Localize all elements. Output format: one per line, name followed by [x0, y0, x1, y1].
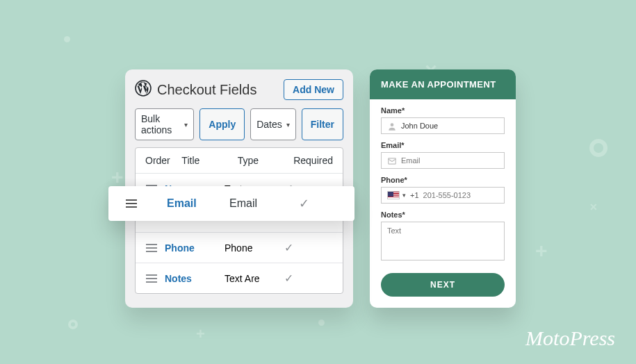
col-required: Required — [293, 155, 333, 166]
notes-textarea[interactable] — [381, 222, 505, 260]
row-type: Text Are — [225, 273, 284, 284]
next-button[interactable]: NEXT — [381, 273, 505, 297]
appointment-form-panel: MAKE AN APPOINTMENT Name* Email* Phone* — [370, 69, 516, 308]
svg-point-0 — [136, 81, 151, 96]
mail-icon — [387, 156, 397, 165]
us-flag-icon — [387, 191, 400, 199]
svg-point-1 — [391, 123, 394, 126]
row-type: Email — [229, 197, 299, 210]
row-title-link[interactable]: Email — [167, 197, 229, 210]
email-label: Email* — [381, 141, 505, 149]
email-input[interactable] — [401, 156, 498, 165]
col-type: Type — [238, 155, 293, 166]
apply-button[interactable]: Apply — [199, 108, 245, 140]
email-field[interactable] — [381, 152, 505, 169]
drag-handle-icon[interactable] — [125, 199, 167, 208]
chevron-down-icon: ▾ — [286, 121, 290, 129]
row-title-link[interactable]: Phone — [165, 242, 225, 254]
phone-input[interactable] — [423, 191, 516, 199]
col-title: Title — [181, 155, 237, 166]
filter-button[interactable]: Filter — [302, 108, 343, 140]
phone-prefix: +1 — [410, 191, 419, 199]
bulk-actions-label: Bulk actions — [141, 113, 180, 135]
check-icon: ✓ — [284, 241, 333, 254]
table-row: Notes Text Are ✓ — [136, 263, 343, 293]
name-field[interactable] — [381, 117, 505, 134]
row-type: Phone — [225, 242, 284, 254]
brand-logo: MotoPress — [525, 326, 615, 350]
phone-label: Phone* — [381, 176, 505, 184]
row-title-link[interactable]: Notes — [165, 273, 225, 284]
add-new-button[interactable]: Add New — [284, 79, 343, 100]
drag-handle-icon[interactable] — [145, 243, 165, 253]
chevron-down-icon: ▾ — [184, 121, 188, 129]
notes-label: Notes* — [381, 210, 505, 219]
dates-select[interactable]: Dates ▾ — [250, 108, 296, 140]
drag-handle-icon[interactable] — [145, 274, 165, 283]
table-row: Phone Phone ✓ — [136, 232, 343, 263]
form-heading: MAKE AN APPOINTMENT — [370, 69, 516, 99]
country-flag-picker[interactable]: ▾ — [387, 191, 406, 199]
col-order: Order — [145, 155, 181, 166]
bulk-actions-select[interactable]: Bulk actions ▾ — [135, 108, 194, 140]
user-icon — [387, 122, 397, 130]
name-label: Name* — [381, 106, 505, 115]
phone-field[interactable]: ▾ +1 — [381, 187, 505, 204]
table-row-highlighted[interactable]: Email Email ✓ — [108, 186, 354, 221]
page-title: Checkout Fields — [157, 82, 256, 98]
check-icon: ✓ — [284, 272, 333, 285]
dates-label: Dates — [256, 119, 282, 130]
chevron-down-icon: ▾ — [402, 192, 406, 199]
name-input[interactable] — [401, 122, 498, 130]
admin-panel: Checkout Fields Add New Bulk actions ▾ A… — [125, 69, 353, 308]
check-icon: ✓ — [299, 196, 309, 211]
wordpress-logo-icon — [135, 80, 152, 100]
